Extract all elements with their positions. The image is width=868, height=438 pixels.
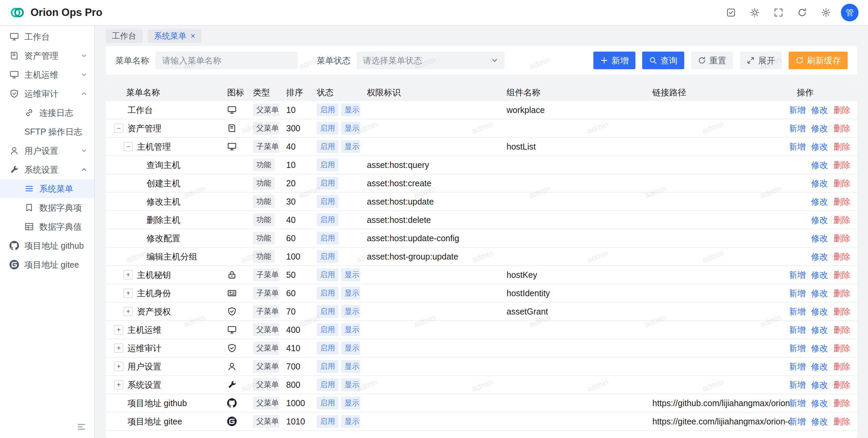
table-row[interactable]: −主机管理 子菜单 40 启用显示 hostList 新增修改删除 — [106, 138, 857, 156]
menu-name-input[interactable] — [155, 52, 298, 69]
row-action-edit[interactable]: 修改 — [811, 343, 828, 354]
expand-button[interactable]: 展开 — [740, 52, 782, 69]
sun-icon-button[interactable] — [746, 4, 764, 21]
row-action-del[interactable]: 删除 — [833, 324, 850, 336]
row-expander-button[interactable]: − — [123, 142, 133, 151]
row-expander-button[interactable]: − — [114, 123, 123, 133]
sidebar-item[interactable]: 项目地址 gitee — [0, 255, 94, 274]
table-row[interactable]: 修改配置 功能 60 启用 asset:host:update-config 修… — [106, 229, 857, 248]
row-action-del[interactable]: 删除 — [833, 178, 850, 189]
refresh-icon-button[interactable] — [793, 4, 811, 21]
reset-button[interactable]: 重置 — [691, 52, 733, 69]
row-expander-button[interactable]: + — [123, 288, 133, 298]
row-expander-button[interactable]: + — [123, 307, 133, 316]
close-icon[interactable]: × — [191, 32, 195, 40]
table-row[interactable]: 工作台 父菜单 10 启用显示 workplace 新增修改删除 — [106, 101, 857, 119]
row-action-edit[interactable]: 修改 — [811, 398, 828, 409]
row-action-add[interactable]: 新增 — [790, 288, 806, 299]
tab-workbench[interactable]: 工作台 — [106, 29, 142, 43]
row-action-add[interactable]: 新增 — [790, 398, 806, 409]
gear-icon-button[interactable] — [817, 4, 835, 21]
sidebar-subitem[interactable]: SFTP 操作日志 — [0, 122, 94, 141]
table-row[interactable]: 项目地址 github 父菜单 1000 启用显示 https://github… — [106, 394, 857, 413]
row-action-edit[interactable]: 修改 — [811, 306, 828, 317]
sidebar-subitem[interactable]: 连接日志 — [0, 103, 94, 122]
row-action-del[interactable]: 删除 — [833, 233, 850, 244]
row-action-edit[interactable]: 修改 — [811, 288, 828, 299]
table-row[interactable]: 查询主机 功能 10 启用 asset:host:query 修改删除 — [106, 156, 857, 174]
row-action-edit[interactable]: 修改 — [811, 379, 828, 391]
table-row[interactable]: +运维审计 父菜单 410 启用显示 新增修改删除 — [106, 339, 857, 358]
sidebar-subitem[interactable]: 系统菜单 — [0, 179, 94, 198]
row-action-add[interactable]: 新增 — [790, 416, 806, 427]
sidebar-item[interactable]: 系统设置 — [0, 160, 94, 179]
row-action-del[interactable]: 删除 — [833, 123, 850, 134]
row-action-edit[interactable]: 修改 — [811, 159, 828, 171]
row-expander-button[interactable]: + — [114, 325, 123, 335]
row-action-del[interactable]: 删除 — [833, 251, 850, 262]
row-expander-button[interactable]: + — [123, 270, 133, 280]
row-expander-button[interactable]: + — [114, 343, 123, 353]
sidebar-collapse-button[interactable] — [77, 422, 87, 433]
table-row[interactable]: −资产管理 父菜单 300 启用显示 新增修改删除 — [106, 119, 857, 138]
row-action-edit[interactable]: 修改 — [811, 251, 828, 262]
sidebar-item[interactable]: 项目地址 github — [0, 236, 94, 255]
table-row[interactable]: 修改主机 功能 30 启用 asset:host:update 修改删除 — [106, 193, 857, 211]
sidebar-subitem[interactable]: 数据字典值 — [0, 217, 94, 236]
row-action-edit[interactable]: 修改 — [811, 214, 828, 226]
table-row[interactable]: 创建主机 功能 20 启用 asset:host:create 修改删除 — [106, 174, 857, 193]
row-action-add[interactable]: 新增 — [790, 123, 806, 134]
table-row[interactable]: +资产授权 子菜单 70 启用显示 assetGrant 新增修改删除 — [106, 303, 857, 321]
row-action-add[interactable]: 新增 — [790, 379, 806, 391]
row-action-del[interactable]: 删除 — [833, 306, 850, 317]
row-action-del[interactable]: 删除 — [833, 288, 850, 299]
row-action-del[interactable]: 删除 — [833, 343, 850, 354]
row-action-del[interactable]: 删除 — [833, 141, 850, 152]
row-action-edit[interactable]: 修改 — [811, 104, 828, 116]
row-expander-button[interactable]: + — [114, 380, 123, 389]
table-row[interactable]: 项目地址 gitee 父菜单 1010 启用显示 https://gitee.c… — [106, 413, 857, 431]
row-action-del[interactable]: 删除 — [833, 196, 850, 207]
row-action-del[interactable]: 删除 — [833, 361, 850, 372]
sidebar-item[interactable]: 资产管理 — [0, 46, 94, 65]
sidebar-item[interactable]: 运维审计 — [0, 84, 94, 103]
menu-status-select[interactable]: 请选择菜单状态 — [357, 52, 505, 69]
sidebar-subitem[interactable]: 数据字典项 — [0, 198, 94, 217]
row-action-edit[interactable]: 修改 — [811, 196, 828, 207]
row-action-edit[interactable]: 修改 — [811, 178, 828, 189]
sidebar-item[interactable]: 工作台 — [0, 27, 94, 46]
table-row[interactable]: +系统设置 父菜单 800 启用显示 新增修改删除 — [106, 376, 857, 394]
row-action-del[interactable]: 删除 — [833, 269, 850, 281]
row-action-edit[interactable]: 修改 — [811, 233, 828, 244]
sidebar-item[interactable]: 主机运维 — [0, 65, 94, 84]
row-action-add[interactable]: 新增 — [790, 343, 806, 354]
row-action-edit[interactable]: 修改 — [811, 141, 828, 152]
table-row[interactable]: +用户设置 父菜单 700 启用显示 新增修改删除 — [106, 358, 857, 376]
row-action-edit[interactable]: 修改 — [811, 123, 828, 134]
row-action-del[interactable]: 删除 — [833, 398, 850, 409]
sidebar-item[interactable]: 用户设置 — [0, 141, 94, 160]
user-avatar[interactable]: 管 — [841, 4, 859, 21]
row-action-add[interactable]: 新增 — [790, 324, 806, 336]
row-action-del[interactable]: 删除 — [833, 104, 850, 116]
row-action-del[interactable]: 删除 — [833, 159, 850, 171]
row-action-edit[interactable]: 修改 — [811, 324, 828, 336]
row-action-del[interactable]: 删除 — [833, 214, 850, 226]
table-row[interactable]: 删除主机 功能 40 启用 asset:host:delete 修改删除 — [106, 211, 857, 229]
table-row[interactable]: +主机运维 父菜单 400 启用显示 新增修改删除 — [106, 321, 857, 339]
check-square-icon-button[interactable] — [722, 4, 740, 21]
row-action-add[interactable]: 新增 — [790, 269, 806, 281]
row-action-del[interactable]: 删除 — [833, 379, 850, 391]
row-action-edit[interactable]: 修改 — [811, 416, 828, 427]
fullscreen-icon-button[interactable] — [770, 4, 787, 21]
table-row[interactable]: 编辑主机分组 功能 100 启用 asset:host-group:update… — [106, 248, 857, 266]
row-action-add[interactable]: 新增 — [790, 104, 806, 116]
refresh-cache-button[interactable]: 刷新缓存 — [789, 52, 848, 69]
row-action-del[interactable]: 删除 — [833, 416, 850, 427]
row-action-add[interactable]: 新增 — [790, 361, 806, 372]
search-button[interactable]: 查询 — [642, 52, 684, 69]
add-button[interactable]: 新增 — [593, 52, 635, 69]
row-action-add[interactable]: 新增 — [790, 306, 806, 317]
row-action-add[interactable]: 新增 — [790, 141, 806, 152]
table-row[interactable]: +主机秘钥 子菜单 50 启用显示 hostKey 新增修改删除 — [106, 266, 857, 284]
